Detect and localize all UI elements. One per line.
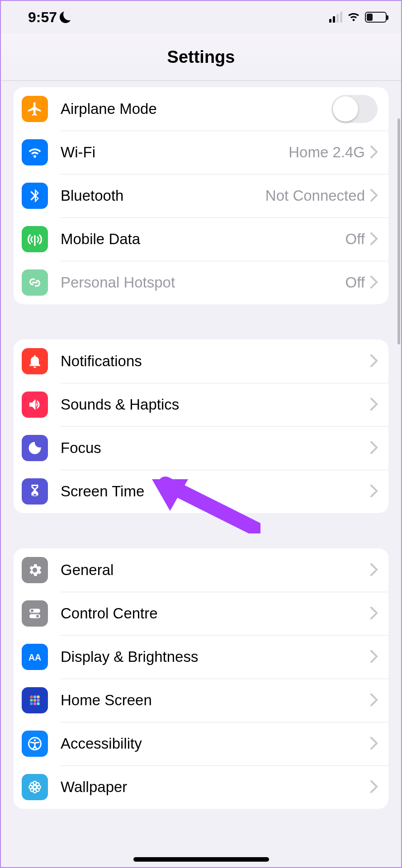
- row-label: General: [61, 561, 370, 579]
- row-label: Display & Brightness: [61, 648, 370, 665]
- row-home-screen[interactable]: Home Screen: [14, 679, 388, 722]
- row-value: Off: [345, 274, 365, 291]
- flower-icon: [22, 774, 48, 800]
- battery-icon: [365, 12, 387, 23]
- row-control-centre[interactable]: Control Centre: [14, 592, 388, 635]
- hotspot-icon: [22, 269, 48, 296]
- row-label: Accessibility: [61, 735, 370, 752]
- row-label: Focus: [61, 439, 370, 457]
- settings-group-connectivity: Airplane Mode Wi-Fi Home 2.4G Bluetooth …: [14, 87, 388, 304]
- chevron-right-icon: [370, 439, 378, 458]
- wifi-status-icon: [347, 9, 360, 26]
- settings-group-notifications: Notifications Sounds & Haptics Focus Scr…: [14, 340, 388, 513]
- cellular-icon: [329, 12, 342, 23]
- row-label: Mobile Data: [61, 231, 345, 248]
- speaker-icon: [22, 392, 48, 418]
- airplane-toggle[interactable]: [331, 95, 378, 123]
- svg-point-22: [36, 783, 39, 786]
- wifi-icon: [22, 139, 48, 165]
- home-indicator[interactable]: [133, 857, 269, 862]
- row-label: Home Screen: [61, 692, 370, 709]
- svg-rect-13: [37, 703, 40, 705]
- row-value: Home 2.4G: [288, 144, 365, 161]
- row-accessibility[interactable]: Accessibility: [14, 722, 388, 765]
- chevron-right-icon: [370, 691, 378, 710]
- chevron-right-icon: [370, 230, 378, 249]
- svg-point-23: [30, 788, 34, 792]
- row-wallpaper[interactable]: Wallpaper: [14, 765, 388, 809]
- svg-point-21: [30, 783, 34, 786]
- row-label: Screen Time: [61, 483, 370, 500]
- row-sounds[interactable]: Sounds & Haptics: [14, 383, 388, 426]
- svg-point-2: [31, 609, 33, 612]
- aa-icon: AA: [22, 644, 48, 670]
- status-left: 9:57: [28, 9, 71, 26]
- svg-text:AA: AA: [28, 652, 41, 662]
- row-focus[interactable]: Focus: [14, 426, 388, 470]
- moon-icon: [22, 435, 48, 461]
- airplane-icon: [22, 96, 48, 122]
- chevron-right-icon: [370, 186, 378, 206]
- settings-group-device: General Control Centre AA Display & Brig…: [14, 548, 388, 809]
- bluetooth-icon: [22, 183, 48, 209]
- svg-rect-12: [33, 703, 36, 705]
- svg-rect-9: [33, 699, 36, 702]
- chevron-right-icon: [370, 273, 378, 292]
- chevron-right-icon: [370, 482, 378, 501]
- hourglass-icon: [22, 478, 48, 505]
- row-wifi[interactable]: Wi-Fi Home 2.4G: [14, 131, 388, 174]
- row-label: Wallpaper: [61, 778, 370, 796]
- status-time: 9:57: [28, 9, 57, 26]
- svg-point-3: [36, 615, 39, 618]
- row-general[interactable]: General: [14, 548, 388, 592]
- chevron-right-icon: [370, 561, 378, 580]
- accessibility-icon: [22, 731, 48, 757]
- status-right: [329, 9, 387, 26]
- settings-content: Airplane Mode Wi-Fi Home 2.4G Bluetooth …: [1, 81, 401, 809]
- row-value: Off: [345, 231, 365, 248]
- antenna-icon: [22, 226, 48, 252]
- gear-icon: [22, 557, 48, 583]
- switches-icon: [22, 600, 48, 627]
- row-label: Notifications: [61, 353, 370, 370]
- row-label: Personal Hotspot: [61, 274, 345, 291]
- row-label: Airplane Mode: [61, 100, 331, 118]
- row-personal-hotspot[interactable]: Personal Hotspot Off: [14, 261, 388, 304]
- svg-point-15: [34, 739, 36, 741]
- scroll-indicator: [397, 118, 400, 344]
- grid-icon: [22, 687, 48, 713]
- row-notifications[interactable]: Notifications: [14, 340, 388, 383]
- row-label: Control Centre: [61, 605, 370, 622]
- chevron-right-icon: [370, 734, 378, 754]
- row-display-brightness[interactable]: AA Display & Brightness: [14, 635, 388, 679]
- row-label: Sounds & Haptics: [61, 396, 370, 413]
- row-bluetooth[interactable]: Bluetooth Not Connected: [14, 174, 388, 217]
- row-screen-time[interactable]: Screen Time: [14, 470, 388, 513]
- svg-rect-11: [30, 703, 33, 705]
- bell-icon: [22, 348, 48, 374]
- row-airplane-mode[interactable]: Airplane Mode: [14, 87, 388, 131]
- svg-rect-5: [30, 696, 33, 698]
- moon-icon: [60, 11, 71, 23]
- chevron-right-icon: [370, 778, 378, 797]
- svg-rect-8: [30, 699, 33, 702]
- chevron-right-icon: [370, 352, 378, 371]
- chevron-right-icon: [370, 647, 378, 667]
- svg-rect-7: [37, 696, 40, 698]
- page-title: Settings: [1, 33, 401, 81]
- chevron-right-icon: [370, 143, 378, 162]
- row-label: Wi-Fi: [61, 144, 288, 161]
- chevron-right-icon: [370, 395, 378, 415]
- row-mobile-data[interactable]: Mobile Data Off: [14, 217, 388, 261]
- svg-rect-6: [33, 696, 36, 698]
- svg-point-24: [36, 788, 39, 792]
- row-label: Bluetooth: [61, 187, 265, 204]
- svg-rect-10: [37, 699, 40, 702]
- chevron-right-icon: [370, 604, 378, 623]
- status-bar: 9:57: [1, 1, 401, 33]
- row-value: Not Connected: [265, 187, 365, 204]
